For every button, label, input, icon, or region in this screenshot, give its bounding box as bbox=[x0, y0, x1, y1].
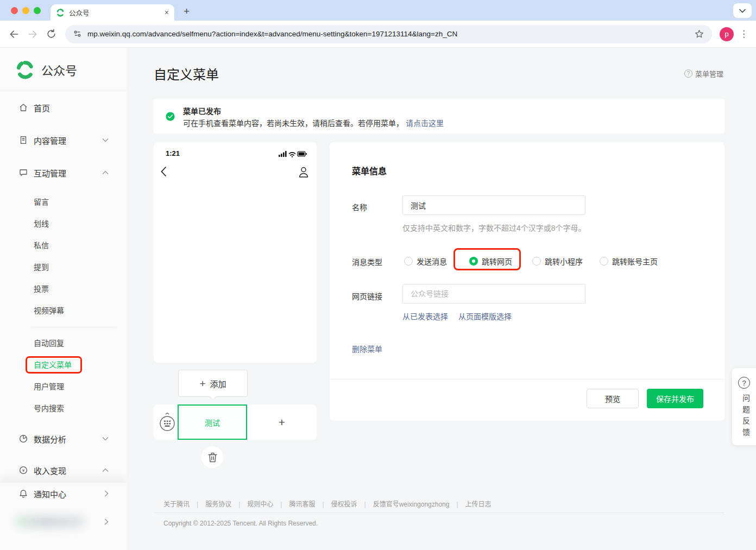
sidebar-item-interact-mgmt[interactable]: 互动管理 bbox=[0, 162, 127, 184]
chevron-down-icon bbox=[102, 138, 109, 142]
menu-item-test[interactable]: 测试 bbox=[178, 404, 247, 440]
brand-title: 公众号 bbox=[41, 61, 77, 78]
feedback-label: 问题反馈 bbox=[740, 394, 751, 440]
radio-off-icon[interactable] bbox=[532, 257, 541, 265]
brand-header[interactable]: 公众号 bbox=[0, 48, 127, 91]
sidebar-item-underline[interactable]: 划线 bbox=[0, 212, 127, 234]
radio-off-icon[interactable] bbox=[600, 257, 608, 265]
phone-screen: 1:21 bbox=[154, 142, 317, 363]
panel-divider bbox=[330, 379, 724, 380]
sidebar-item-user-mgmt[interactable]: 用户管理 bbox=[0, 375, 127, 397]
person-icon bbox=[298, 166, 309, 178]
delete-menu-button[interactable] bbox=[201, 446, 223, 468]
footer-link-about[interactable]: 关于腾讯 bbox=[163, 501, 190, 508]
sidebar-item-account-search[interactable]: 号内搜索 bbox=[0, 397, 127, 419]
site-settings-icon[interactable] bbox=[73, 29, 82, 39]
back-button[interactable] bbox=[8, 28, 21, 41]
sidebar-item-custom-menu[interactable]: 自定义菜单 bbox=[0, 353, 127, 375]
close-window-button[interactable] bbox=[11, 7, 18, 14]
main-content: 自定义菜单 ? 菜单管理 菜单已发布 可在手机查看菜单内容，若尚未生效，请稍后查… bbox=[127, 48, 756, 550]
bookmark-star-icon[interactable] bbox=[694, 29, 704, 39]
url-label: 网页链接 bbox=[352, 290, 382, 301]
url-bar[interactable]: mp.weixin.qq.com/advanced/selfmenu?actio… bbox=[65, 25, 712, 43]
svg-text:¥: ¥ bbox=[22, 468, 25, 473]
refresh-button[interactable] bbox=[45, 28, 58, 41]
add-menu-slot[interactable]: + bbox=[247, 404, 317, 440]
radio-jump-miniprogram[interactable]: 跳转小程序 bbox=[532, 256, 583, 267]
save-publish-button[interactable]: 保存并发布 bbox=[647, 389, 703, 408]
name-input[interactable] bbox=[402, 195, 585, 215]
sidebar-divider bbox=[31, 327, 117, 327]
tab-title: 公众号 bbox=[69, 8, 160, 18]
preview-button[interactable]: 预览 bbox=[587, 389, 639, 408]
browser-tab-strip: 公众号 × + bbox=[0, 0, 756, 21]
footer-links: 关于腾讯|服务协议|规则中心|腾讯客服|侵权投诉|反馈官号weixingongz… bbox=[163, 499, 492, 508]
app-shell: 公众号 首页 内容管理 互动管理 留言 bbox=[0, 48, 756, 550]
chevron-up-icon bbox=[102, 170, 109, 175]
sidebar-item-label: 首页 bbox=[34, 102, 50, 113]
question-circle-icon: ? bbox=[738, 377, 750, 389]
sidebar-item-account[interactable] bbox=[0, 511, 127, 533]
disable-menu-link[interactable]: 请点击这里 bbox=[406, 119, 444, 128]
feedback-floater[interactable]: ? 问题反馈 bbox=[732, 368, 756, 445]
delete-menu-link[interactable]: 删除菜单 bbox=[352, 343, 382, 354]
minimize-window-button[interactable] bbox=[22, 7, 29, 14]
chevron-right-icon bbox=[104, 519, 109, 525]
pick-template-link[interactable]: 从页面模版选择 bbox=[458, 311, 512, 321]
footer-link-terms[interactable]: 服务协议 bbox=[205, 501, 231, 508]
footer-link-upload-log[interactable]: 上传日志 bbox=[465, 501, 492, 508]
radio-send-message[interactable]: 发送消息 bbox=[404, 256, 447, 267]
keyboard-toggle-icon[interactable] bbox=[158, 410, 177, 434]
footer-link-support[interactable]: 腾讯客服 bbox=[289, 501, 315, 508]
forward-button[interactable] bbox=[26, 28, 39, 41]
zoom-window-button[interactable] bbox=[34, 7, 41, 14]
sidebar-item-votes[interactable]: 投票 bbox=[0, 277, 127, 299]
trash-icon bbox=[208, 452, 217, 463]
yuan-circle-icon: ¥ bbox=[18, 465, 28, 475]
profile-avatar[interactable]: p bbox=[720, 27, 734, 41]
window-controls[interactable] bbox=[11, 7, 41, 14]
sidebar-item-video-danmu[interactable]: 视频弹幕 bbox=[0, 299, 127, 321]
footer-link-feedback-account[interactable]: 反馈官号weixingongzhong bbox=[373, 501, 450, 508]
chevron-down-icon bbox=[739, 9, 746, 13]
footer-link-rules[interactable]: 规则中心 bbox=[247, 501, 273, 508]
sidebar-item-mentions[interactable]: 提到 bbox=[0, 256, 127, 277]
sidebar-item-home[interactable]: 首页 bbox=[0, 97, 127, 118]
sidebar-item-private-msg[interactable]: 私信 bbox=[0, 234, 127, 256]
browser-menu-icon[interactable]: ⋮ bbox=[739, 28, 748, 40]
sidebar-item-revenue[interactable]: ¥ 收入变现 bbox=[0, 459, 127, 481]
back-chevron-icon[interactable] bbox=[160, 166, 167, 177]
check-circle-icon bbox=[166, 112, 175, 121]
sidebar-item-data-analysis[interactable]: 数据分析 bbox=[0, 428, 127, 450]
url-input[interactable] bbox=[402, 284, 585, 304]
sidebar-item-label: 内容管理 bbox=[34, 135, 66, 146]
radio-off-icon[interactable] bbox=[404, 257, 413, 265]
new-tab-button[interactable]: + bbox=[184, 5, 190, 17]
add-submenu-popover[interactable]: + 添加 bbox=[178, 370, 248, 397]
status-icons bbox=[279, 150, 307, 157]
published-banner: 菜单已发布 可在手机查看菜单内容，若尚未生效，请稍后查看。若停用菜单， 请点击这… bbox=[154, 99, 724, 134]
sidebar-item-comments[interactable]: 留言 bbox=[0, 191, 127, 212]
sidebar-item-content-mgmt[interactable]: 内容管理 bbox=[0, 129, 127, 151]
name-label: 名称 bbox=[352, 201, 367, 212]
tab-search-button[interactable] bbox=[733, 3, 752, 18]
chevron-down-icon bbox=[102, 437, 109, 441]
tab-close-icon[interactable]: × bbox=[165, 9, 169, 16]
sidebar: 公众号 首页 内容管理 互动管理 留言 bbox=[0, 48, 127, 550]
radio-on-icon[interactable] bbox=[469, 257, 478, 265]
sidebar-item-notify-center[interactable]: 通知中心 bbox=[0, 483, 127, 504]
pick-published-link[interactable]: 从已发表选择 bbox=[402, 311, 448, 321]
url-text[interactable]: mp.weixin.qq.com/advanced/selfmenu?actio… bbox=[87, 30, 689, 38]
browser-tab[interactable]: 公众号 × bbox=[51, 4, 174, 21]
radio-jump-profile[interactable]: 跳转账号主页 bbox=[600, 256, 658, 267]
chevron-up-icon bbox=[102, 468, 109, 472]
banner-title: 菜单已发布 bbox=[183, 105, 221, 116]
footer-link-complaint[interactable]: 侵权投诉 bbox=[331, 501, 357, 508]
wechat-oa-logo bbox=[15, 60, 35, 79]
menu-manage-link[interactable]: ? 菜单管理 bbox=[684, 68, 723, 79]
menu-info-panel: 菜单信息 名称 仅支持中英文和数字，字数不超过4个汉字或8个字母。 消息类型 发… bbox=[330, 142, 724, 421]
sidebar-item-auto-reply[interactable]: 自动回复 bbox=[0, 332, 127, 353]
radio-jump-webpage[interactable]: 跳转网页 bbox=[469, 256, 512, 267]
footer-divider bbox=[154, 513, 724, 513]
document-icon bbox=[18, 135, 28, 145]
